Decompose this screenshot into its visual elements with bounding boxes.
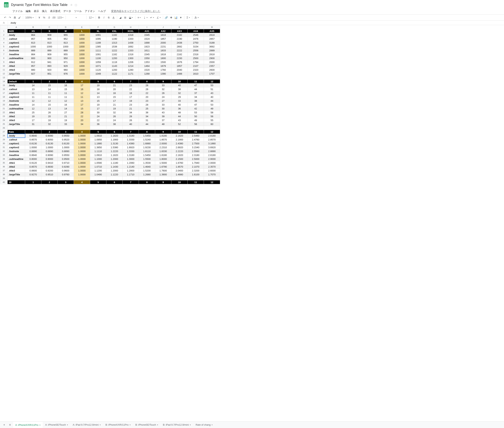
cell[interactable]: XXL (106, 29, 123, 33)
cell[interactable]: 3.1540 (188, 145, 204, 149)
cell[interactable]: 1.5380 (106, 145, 123, 149)
cell[interactable]: 39 (155, 115, 171, 118)
cell[interactable]: 2107 (188, 64, 204, 68)
cell[interactable]: 13 (25, 87, 41, 91)
link-button[interactable]: 🔗 (164, 15, 169, 20)
cell[interactable]: 0.8890 (41, 149, 58, 153)
cell[interactable]: 2.4760 (188, 138, 204, 141)
cell[interactable]: 813 (58, 41, 74, 45)
cell[interactable]: 2.5560 (188, 149, 204, 153)
cell[interactable]: 2182 (171, 52, 188, 56)
cell[interactable]: 1818 (155, 52, 171, 56)
cell[interactable]: 1.5450 (139, 153, 155, 157)
cell[interactable]: 21 (58, 115, 74, 118)
cell[interactable]: 29 (171, 95, 188, 99)
cell[interactable]: 17 (74, 83, 90, 87)
cell[interactable] (41, 76, 58, 80)
cell[interactable]: 1.6880 (139, 141, 155, 145)
cell[interactable]: 905 (41, 37, 58, 41)
cell[interactable] (204, 76, 220, 80)
cell[interactable]: 1200 (106, 56, 123, 60)
cell[interactable]: 1.5000 (155, 161, 171, 165)
cell[interactable] (106, 176, 123, 180)
cell[interactable]: 1.3900 (155, 173, 171, 176)
cell[interactable]: 1.3180 (123, 134, 139, 138)
cell[interactable]: .footnote (8, 149, 25, 153)
cell[interactable]: 1118 (106, 60, 123, 64)
cell[interactable]: 4 (74, 80, 90, 83)
v-align-button[interactable]: ⭣ (142, 15, 149, 20)
cell[interactable]: 21 (123, 107, 139, 111)
cell[interactable]: 12 (25, 99, 41, 103)
cell[interactable]: 16 (58, 83, 74, 87)
cell[interactable]: 1.3530 (139, 161, 155, 165)
cell[interactable]: 1 (25, 80, 41, 83)
cell[interactable]: L (74, 29, 90, 33)
cell[interactable]: 1 (25, 180, 41, 184)
star-icon[interactable]: ☆ (70, 3, 73, 6)
cell[interactable]: 15 (41, 103, 58, 107)
cell[interactable]: 11 (41, 91, 58, 95)
save-status[interactable]: 変更内容をすべてドライブに保存しました (111, 10, 160, 13)
cell[interactable]: 1.1820 (106, 134, 123, 138)
cell[interactable]: 21 (106, 83, 123, 87)
cell[interactable]: M (58, 29, 74, 33)
cell[interactable]: 1333 (123, 49, 139, 52)
cell[interactable]: 857 (25, 64, 41, 68)
cell[interactable]: 33 (155, 103, 171, 107)
cell[interactable]: 1.2220 (106, 149, 123, 153)
cell[interactable]: 1091 (90, 52, 106, 56)
cell[interactable]: 1268 (139, 72, 155, 76)
cell[interactable]: 2.0000 (204, 161, 220, 165)
cell[interactable]: 1688 (139, 41, 155, 45)
cell[interactable]: 26 (41, 111, 58, 115)
cell[interactable]: 11 (58, 91, 74, 95)
cell[interactable]: 0.9090 (41, 134, 58, 138)
cell[interactable]: 10 (171, 130, 188, 134)
cell[interactable]: 7 (123, 80, 139, 83)
cell[interactable]: 20 (74, 118, 90, 122)
cell[interactable]: 0.9510 (41, 173, 58, 176)
cell[interactable]: 889 (58, 49, 74, 52)
cell[interactable]: 1.1710 (123, 173, 139, 176)
cell[interactable]: 0.9090 (41, 153, 58, 157)
cell[interactable]: 2182 (171, 33, 188, 37)
cell[interactable]: 1833 (155, 49, 171, 52)
cell[interactable]: 2357 (204, 64, 220, 68)
menu-表示[interactable]: 表示 (33, 9, 40, 14)
cell[interactable]: 2.6920 (171, 145, 188, 149)
cell[interactable]: 4 (74, 130, 90, 134)
cell[interactable]: 1.3000 (123, 157, 139, 161)
col-head-G[interactable]: G (106, 25, 123, 29)
cell[interactable] (204, 176, 220, 180)
cell[interactable]: 1.1880 (90, 141, 106, 145)
cell[interactable]: 1.0910 (90, 153, 106, 157)
cell[interactable]: 1390 (155, 72, 171, 76)
cell[interactable]: 0.8000 (25, 157, 41, 161)
cell[interactable]: 1188 (90, 41, 106, 45)
cell[interactable]: 900 (41, 56, 58, 60)
cell[interactable]: 9 (155, 130, 171, 134)
cell[interactable]: 27 (155, 99, 171, 103)
cell[interactable]: 21 (106, 103, 123, 107)
cell[interactable]: 2857 (204, 37, 220, 41)
cell[interactable]: 11 (25, 95, 41, 99)
sheet-tab[interactable]: B: iPhoneSE/Touch (133, 422, 160, 424)
cell[interactable]: 2.4380 (171, 141, 188, 145)
cell[interactable]: 1353 (139, 60, 155, 64)
cell[interactable]: 48 (171, 111, 188, 115)
cell[interactable]: 880 (25, 68, 41, 72)
cell[interactable]: 49 (188, 118, 204, 122)
cell[interactable]: 2000 (204, 60, 220, 64)
cell[interactable] (58, 126, 74, 130)
cell[interactable]: 2.8570 (204, 138, 220, 141)
h-align-button[interactable]: ≡ (136, 15, 142, 20)
cell[interactable]: 17 (90, 107, 106, 111)
cell[interactable]: 11 (74, 95, 90, 99)
cell[interactable]: 1.3330 (123, 138, 139, 141)
cell[interactable]: .headline (8, 153, 25, 157)
cell[interactable]: 13 (74, 99, 90, 103)
col-head-C[interactable]: C (41, 25, 58, 29)
cell[interactable]: 955 (58, 52, 74, 56)
menu-ファイル[interactable]: ファイル (11, 9, 24, 14)
